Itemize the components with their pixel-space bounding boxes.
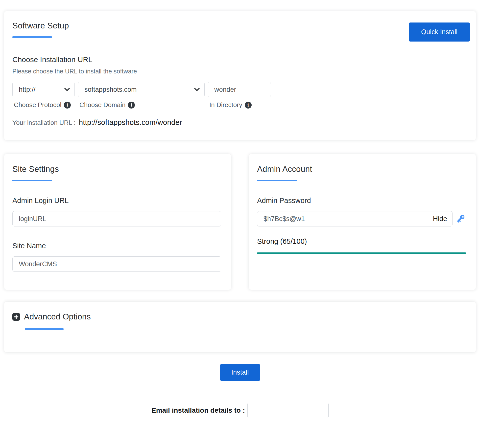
installation-url-row: Your installation URL : http://softappsh… <box>12 118 470 127</box>
title-underline <box>12 36 52 38</box>
software-setup-title: Software Setup <box>12 21 69 30</box>
quick-install-button[interactable]: Quick Install <box>409 22 470 42</box>
protocol-label-row: Choose Protocol i <box>12 101 75 109</box>
protocol-select[interactable]: http:// <box>12 82 75 97</box>
directory-input[interactable] <box>208 82 271 97</box>
installation-url-value: http://softappshots.com/wonder <box>79 118 182 126</box>
directory-label: In Directory <box>209 101 242 109</box>
admin-login-url-input[interactable] <box>12 211 221 226</box>
hide-password-toggle[interactable]: Hide <box>433 215 447 223</box>
install-button[interactable]: Install <box>220 364 260 381</box>
advanced-options-card: Advanced Options <box>4 302 476 352</box>
password-strength-text: Strong (65/100) <box>257 237 466 246</box>
domain-label-row: Choose Domain i <box>78 101 205 109</box>
software-setup-heading-block: Software Setup <box>12 21 69 38</box>
software-setup-card: Software Setup Quick Install Choose Inst… <box>4 11 476 140</box>
installer-page: Software Setup Quick Install Choose Inst… <box>0 0 480 418</box>
plus-square-icon <box>12 313 20 321</box>
generate-password-button[interactable] <box>455 213 466 224</box>
key-icon <box>455 213 466 224</box>
directory-label-row: In Directory i <box>208 101 271 109</box>
installation-url-fields: http:// Choose Protocol i softappshots.c… <box>12 82 470 109</box>
site-name-label: Site Name <box>12 242 221 250</box>
protocol-label: Choose Protocol <box>14 101 61 109</box>
directory-info-icon[interactable]: i <box>245 102 252 109</box>
title-underline <box>12 180 52 181</box>
title-underline <box>25 328 64 330</box>
admin-account-card: Admin Account Admin Password Hide <box>249 154 476 290</box>
email-details-input[interactable] <box>247 403 329 418</box>
advanced-options-title: Advanced Options <box>24 312 91 321</box>
protocol-info-icon[interactable]: i <box>64 102 71 109</box>
domain-label: Choose Domain <box>79 101 125 109</box>
site-settings-card: Site Settings Admin Login URL Site Name <box>4 154 231 290</box>
password-strength-bar <box>257 252 466 254</box>
choose-installation-url-subtitle: Please choose the URL to install the sof… <box>12 68 470 75</box>
site-name-input[interactable] <box>12 256 221 272</box>
site-settings-title: Site Settings <box>12 164 221 174</box>
email-details-row: Email installation details to : <box>4 403 476 418</box>
admin-password-label: Admin Password <box>257 197 466 205</box>
title-underline <box>257 180 297 181</box>
domain-select[interactable]: softappshots.com <box>78 82 205 97</box>
domain-info-icon[interactable]: i <box>128 102 135 109</box>
choose-installation-url-title: Choose Installation URL <box>12 55 470 64</box>
admin-login-url-label: Admin Login URL <box>12 197 221 205</box>
installation-url-label: Your installation URL : <box>12 119 75 126</box>
admin-account-title: Admin Account <box>257 164 466 174</box>
advanced-options-toggle[interactable]: Advanced Options <box>12 312 470 321</box>
admin-password-input[interactable] <box>257 211 453 226</box>
email-details-label: Email installation details to : <box>151 406 245 414</box>
